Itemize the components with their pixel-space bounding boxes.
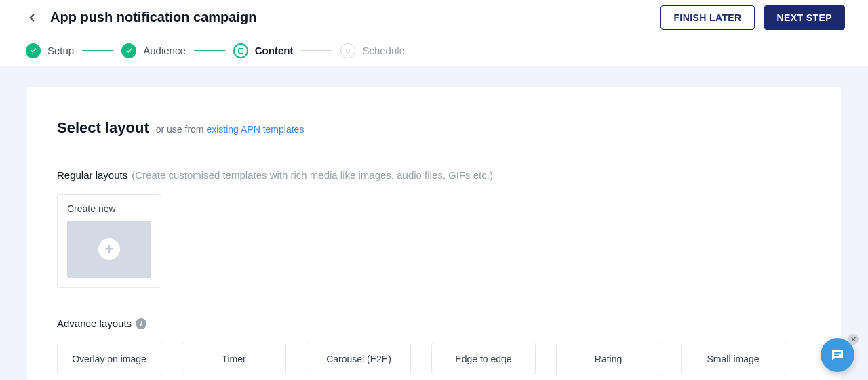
stepper-connector: [194, 50, 225, 51]
finish-later-button[interactable]: FINISH LATER: [660, 5, 754, 30]
step-schedule[interactable]: Schedule: [340, 43, 405, 58]
advance-layouts-heading: Advance layouts i: [57, 318, 811, 329]
select-layout-sub: or use from: [156, 124, 207, 135]
header-left: App push notification campaign: [26, 9, 256, 25]
advance-card-timer[interactable]: Timer: [182, 343, 286, 375]
check-icon: [121, 43, 136, 58]
advance-card-edge[interactable]: Edge to edge: [431, 343, 536, 375]
advance-card-overlay[interactable]: Overlay on image: [57, 343, 161, 375]
svg-rect-1: [347, 49, 350, 52]
stepper-connector: [301, 50, 332, 51]
next-step-button[interactable]: NEXT STEP: [764, 5, 845, 30]
step-label: Content: [255, 45, 294, 56]
step-content[interactable]: Content: [233, 43, 294, 58]
layout-card-thumb: +: [67, 221, 151, 278]
regular-layouts-heading: Regular layouts (Create customised templ…: [57, 169, 811, 181]
page-body: Select layout or use from existing APN t…: [0, 66, 868, 380]
stepper: Setup Audience Content Schedule: [0, 35, 868, 66]
page-title: App push notification campaign: [50, 9, 256, 25]
plus-icon: +: [98, 238, 120, 260]
advance-card-carousel[interactable]: Carousel (E2E): [307, 343, 411, 375]
select-layout-subtext: or use from existing APN templates: [156, 124, 304, 135]
chat-launcher[interactable]: [821, 338, 854, 372]
select-layout-heading: Select layout or use from existing APN t…: [57, 119, 811, 137]
check-icon: [26, 43, 41, 58]
advance-card-smallimage[interactable]: Small image: [681, 343, 785, 375]
back-button[interactable]: [26, 12, 38, 24]
create-new-layout-card[interactable]: Create new +: [57, 194, 161, 288]
svg-rect-0: [238, 48, 243, 53]
content-card: Select layout or use from existing APN t…: [27, 87, 841, 380]
step-label: Schedule: [362, 45, 405, 56]
advance-layouts-title: Advance layouts: [57, 318, 132, 329]
schedule-icon: [340, 43, 355, 58]
info-icon[interactable]: i: [136, 318, 146, 329]
existing-templates-link[interactable]: existing APN templates: [206, 124, 304, 135]
close-icon: ✕: [850, 335, 856, 344]
content-icon: [233, 43, 248, 58]
step-label: Audience: [143, 45, 186, 56]
svg-rect-2: [834, 352, 841, 354]
chat-icon: [829, 347, 846, 363]
header: App push notification campaign FINISH LA…: [0, 0, 868, 35]
advance-card-rating[interactable]: Rating: [556, 343, 660, 375]
regular-layouts-desc: (Create customised templates with rich m…: [132, 169, 493, 181]
step-label: Setup: [47, 45, 74, 56]
header-right: FINISH LATER NEXT STEP: [660, 5, 845, 30]
step-audience[interactable]: Audience: [121, 43, 186, 58]
layout-card-label: Create new: [67, 203, 151, 214]
svg-rect-3: [834, 355, 839, 356]
regular-layouts-grid: Create new +: [57, 194, 811, 288]
regular-layouts-title: Regular layouts: [57, 169, 127, 181]
advance-layouts-grid: Overlay on image Timer Carousel (E2E) Ed…: [57, 343, 811, 375]
chevron-left-icon: [26, 12, 38, 24]
step-setup[interactable]: Setup: [26, 43, 74, 58]
select-layout-title: Select layout: [57, 119, 149, 137]
stepper-connector: [82, 50, 113, 51]
